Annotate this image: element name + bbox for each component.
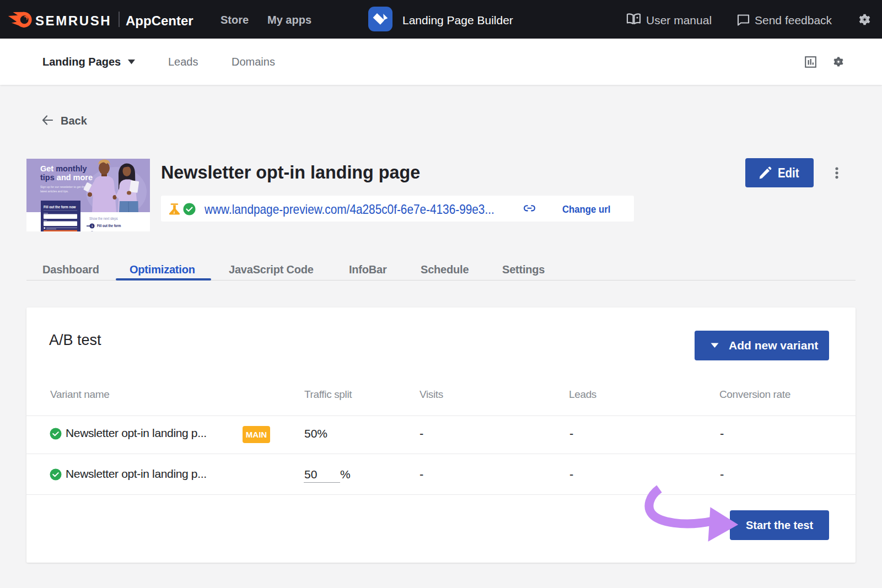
svg-text:latest articles and tips.: latest articles and tips.	[40, 190, 68, 193]
svg-text:Fill out the form now: Fill out the form now	[44, 205, 76, 209]
svg-text:Show the next steps: Show the next steps	[89, 216, 118, 221]
svg-text:Get monthly: Get monthly	[40, 164, 87, 173]
svg-text:Fill out the form: Fill out the form	[97, 224, 121, 228]
svg-text:tips and more: tips and more	[40, 173, 93, 182]
svg-text:Sign up for our newsletter to: Sign up for our newsletter to get the	[40, 185, 85, 188]
